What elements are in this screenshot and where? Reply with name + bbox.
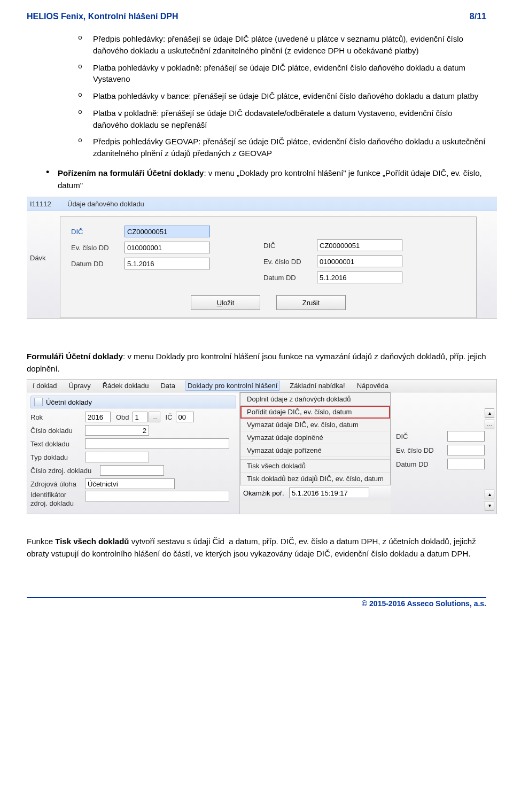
left-form: Účetní doklady Rok Obd … IČ Číslo doklad…: [27, 392, 240, 514]
save-button-rest: ložit: [222, 299, 234, 307]
app-screenshot-2: í doklad Úpravy Řádek dokladu Data Dokla…: [27, 379, 497, 514]
typ-input[interactable]: [85, 452, 149, 462]
dic-input-left[interactable]: [125, 226, 210, 237]
dic-input[interactable]: [447, 431, 485, 442]
blue-band: I11112 Údaje daňového dokladu: [27, 197, 497, 211]
cancel-button[interactable]: Zrušit: [276, 295, 346, 310]
save-button[interactable]: Uložit: [191, 295, 260, 310]
top-bullet-text: Pořízením na formuláři Účetní doklady: v…: [58, 167, 486, 192]
obd-lookup-button[interactable]: …: [149, 412, 160, 422]
dropdown-item[interactable]: Vymazat údaje pořízené: [240, 444, 390, 457]
menu-bar: í doklad Úpravy Řádek dokladu Data Dokla…: [27, 380, 496, 392]
cislo-input[interactable]: [85, 425, 149, 436]
dic-input-right[interactable]: [317, 239, 402, 251]
okam-label: Okamžik poř.: [243, 489, 289, 497]
tab-header[interactable]: Účetní doklady: [30, 396, 236, 408]
documents-icon: [34, 398, 43, 406]
ev-label: Ev. číslo DD: [396, 446, 447, 454]
page-header: HELIOS Fenix, Kontrolní hlášení DPH 8/11: [27, 12, 486, 21]
ic-label: IČ: [166, 413, 173, 421]
menu-item[interactable]: Základní nabídka!: [287, 381, 347, 391]
date-label: Datum DD: [71, 260, 125, 268]
date-input-left[interactable]: [125, 258, 210, 269]
obd-input[interactable]: [133, 412, 147, 422]
dic-label: DIČ: [396, 432, 447, 440]
paragraph-tisk-bold: Tisk všech dokladů: [55, 537, 129, 546]
page-footer: © 2015-2016 Asseco Solutions, a.s.: [27, 597, 486, 608]
text-label: Text dokladu: [30, 440, 85, 448]
text-input[interactable]: [85, 438, 229, 449]
dropdown-item[interactable]: Tisk všech dokladů: [240, 460, 390, 473]
menu-item[interactable]: í doklad: [30, 381, 59, 391]
zu-label: Zdrojová úloha: [30, 480, 85, 488]
lookup-button[interactable]: …: [485, 420, 494, 429]
sub-item: oPředpis pohledávky GEOVAP: přenášejí se…: [78, 136, 486, 159]
dropdown-item[interactable]: Vymazat údaje DIČ, ev. číslo, datum: [240, 419, 390, 431]
dropdown-item[interactable]: Doplnit údaje z daňových dokladů: [240, 393, 390, 406]
rok-input[interactable]: [85, 412, 111, 422]
zu-input[interactable]: [85, 478, 175, 489]
paragraph-tisk: Funkce Tisk všech dokladů vytvoří sestav…: [27, 536, 486, 560]
page-number: 8/11: [470, 12, 486, 21]
footer-text: © 2015-2016 Asseco Solutions, a.s.: [362, 599, 486, 608]
sub-item-text: Platba pohledávky v bance: přenášejí se …: [93, 90, 478, 102]
scroll-down-icon[interactable]: ▾: [485, 501, 494, 511]
ev-input-right[interactable]: [317, 256, 402, 267]
id-input[interactable]: [85, 491, 229, 501]
menu-item[interactable]: Data: [158, 381, 177, 391]
tab-title: Účetní doklady: [46, 398, 92, 406]
cz-input[interactable]: [100, 465, 164, 476]
date-label-right: Datum DD: [263, 274, 317, 282]
dropdown-menu: Doplnit údaje z daňových dokladů Pořídit…: [240, 392, 391, 485]
menu-item-active[interactable]: Doklady pro kontrolní hlášení: [185, 381, 280, 391]
okam-input[interactable]: [289, 488, 369, 498]
dropdown-item[interactable]: Tisk dokladů bez údajů DIČ, ev. číslo, d…: [240, 473, 390, 485]
left-gutter-label: Dávk: [30, 254, 46, 262]
ic-input[interactable]: [176, 412, 194, 422]
right-form: ▴ … DIČ Ev. číslo DD Datum DD ▴: [391, 392, 496, 514]
ev-label: Ev. číslo DD: [71, 244, 125, 252]
dropdown-item[interactable]: Vymazat údaje doplněné: [240, 431, 390, 444]
sub-item-text: Platba pohledávky v pokladně: přenášejí …: [93, 62, 486, 86]
cislo-label: Číslo dokladu: [30, 427, 85, 435]
dialog-screenshot-1: I11112 Údaje daňového dokladu Dávk DIČ E…: [27, 197, 497, 319]
paragraph-bold: Formuláři Účetní doklady: [27, 352, 123, 361]
paragraph-formulari: Formuláři Účetní doklady: v menu Doklady…: [27, 351, 486, 375]
date-input[interactable]: [447, 459, 485, 469]
blue-band-num: I11112: [27, 200, 61, 208]
rok-label: Rok: [30, 413, 85, 421]
date-input-right[interactable]: [317, 272, 402, 283]
dialog-panel: DIČ Ev. číslo DD Datum DD: [60, 216, 477, 318]
ev-input[interactable]: [447, 445, 485, 455]
obd-label: Obd: [116, 413, 129, 421]
left-gutter: Dávk: [27, 211, 60, 318]
sub-item: oPlatba v pokladně: přenášejí se údaje D…: [78, 107, 486, 131]
dic-label: DIČ: [71, 228, 125, 236]
menu-item[interactable]: Úpravy: [67, 381, 93, 391]
ev-input-left[interactable]: [125, 242, 210, 253]
ev-label-right: Ev. číslo DD: [263, 258, 317, 266]
sub-item-text: Platba v pokladně: přenášejí se údaje DI…: [93, 107, 486, 131]
dic-label-right: DIČ: [263, 242, 317, 250]
sub-item-text: Předpis pohledávky GEOVAP: přenášejí se …: [93, 136, 486, 159]
dropdown-item-highlight[interactable]: Pořídit údaje DIČ, ev. číslo, datum: [240, 406, 390, 419]
blue-band-title: Údaje daňového dokladu: [61, 200, 144, 208]
doc-title: HELIOS Fenix, Kontrolní hlášení DPH: [27, 12, 178, 21]
id-label: Identifikátor zdroj. dokladu: [30, 491, 85, 507]
typ-label: Typ dokladu: [30, 453, 85, 461]
sub-item: oPlatba pohledávky v pokladně: přenášejí…: [78, 62, 486, 86]
menu-item[interactable]: Nápověda: [355, 381, 391, 391]
sub-list: oPředpis pohledávky: přenášejí se údaje …: [59, 33, 486, 159]
sub-item-text: Předpis pohledávky: přenášejí se údaje D…: [93, 33, 486, 57]
scroll-up-icon[interactable]: ▴: [485, 408, 494, 418]
sub-item: oPředpis pohledávky: přenášejí se údaje …: [78, 33, 486, 57]
date-label: Datum DD: [396, 460, 447, 468]
cz-label: Číslo zdroj. dokladu: [30, 467, 100, 475]
top-bullet-bold: Pořízením na formuláři Účetní doklady: [58, 168, 204, 177]
menu-item[interactable]: Řádek dokladu: [100, 381, 151, 391]
top-bullet: • Pořízením na formuláři Účetní doklady:…: [27, 167, 486, 192]
sub-item: oPlatba pohledávky v bance: přenášejí se…: [78, 90, 486, 102]
scroll-up-icon[interactable]: ▴: [485, 490, 494, 499]
